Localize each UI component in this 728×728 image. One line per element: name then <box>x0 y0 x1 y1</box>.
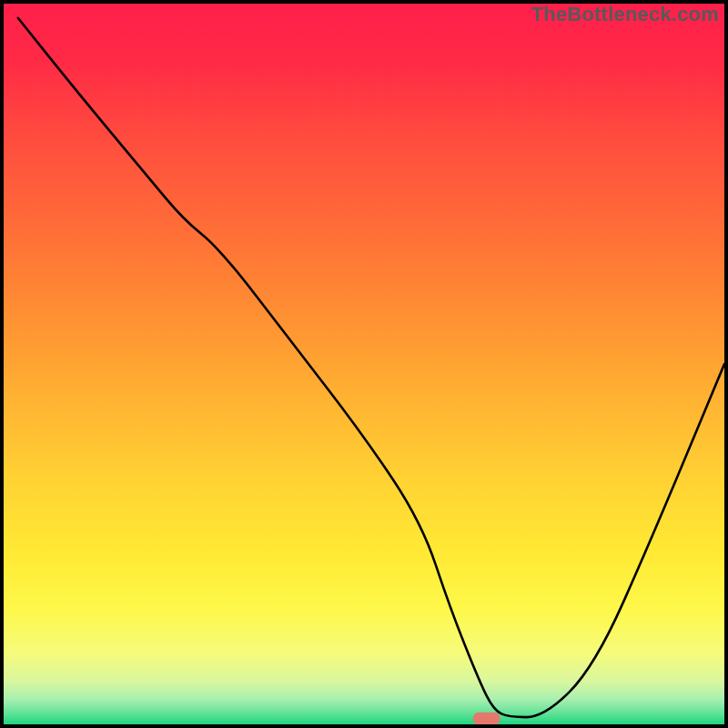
chart-plot <box>4 4 724 724</box>
min-marker <box>473 713 500 724</box>
chart-container: TheBottleneck.com <box>0 0 728 728</box>
watermark-text: TheBottleneck.com <box>531 3 719 26</box>
